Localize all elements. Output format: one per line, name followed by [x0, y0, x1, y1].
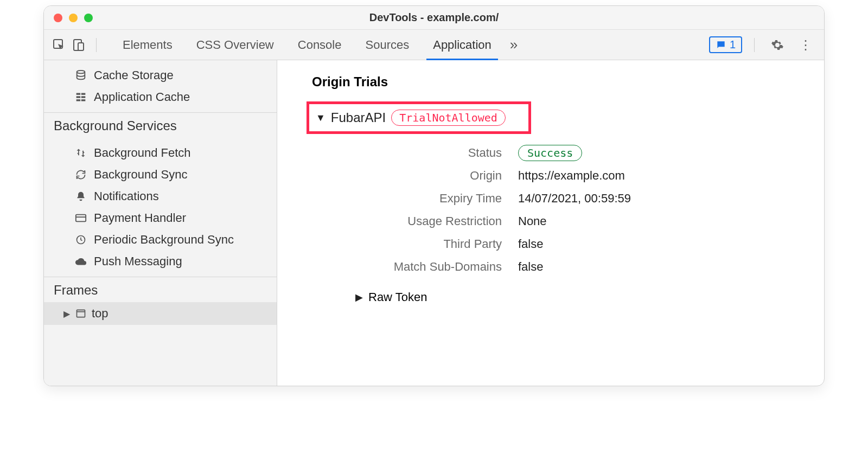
detail-value: None — [518, 214, 547, 228]
tab-elements[interactable]: Elements — [111, 30, 184, 60]
sidebar-item-frame-top[interactable]: ▶ top — [44, 302, 277, 325]
inspect-element-icon[interactable] — [52, 37, 67, 53]
tab-css-overview[interactable]: CSS Overview — [184, 30, 286, 60]
svg-rect-2 — [78, 43, 84, 50]
toolbar: Elements CSS Overview Console Sources Ap… — [44, 30, 824, 60]
sidebar-item-label: Application Cache — [94, 90, 190, 104]
toolbar-divider — [96, 38, 97, 52]
issues-badge[interactable]: 1 — [709, 36, 742, 53]
detail-row-usage-restriction: Usage Restriction None — [355, 214, 811, 228]
frame-label: top — [92, 306, 108, 321]
sidebar-item-notifications[interactable]: Notifications — [44, 186, 277, 207]
sidebar-item-label: Periodic Background Sync — [94, 233, 234, 247]
close-window-button[interactable] — [54, 14, 62, 22]
more-menu-icon[interactable]: ⋮ — [795, 37, 816, 53]
sidebar-item-label: Notifications — [94, 189, 159, 203]
svg-rect-5 — [81, 93, 86, 95]
devtools-window: DevTools - example.com/ Elements CSS Ove… — [43, 5, 825, 386]
svg-rect-7 — [81, 96, 86, 98]
device-toggle-icon[interactable] — [71, 37, 86, 53]
sidebar-item-background-sync[interactable]: Background Sync — [44, 164, 277, 186]
window-icon — [75, 308, 86, 319]
sidebar-item-cache-storage[interactable]: Cache Storage — [44, 65, 277, 86]
sidebar-item-label: Cache Storage — [94, 68, 174, 82]
updown-arrows-icon — [74, 146, 87, 159]
raw-token-label: Raw Token — [368, 290, 427, 304]
window-controls — [54, 14, 93, 22]
minimize-window-button[interactable] — [69, 14, 78, 22]
detail-value: 14/07/2021, 00:59:59 — [518, 191, 631, 206]
sidebar-header-background-services: Background Services — [44, 114, 277, 138]
sidebar-item-application-cache[interactable]: Application Cache — [44, 86, 277, 108]
cloud-icon — [74, 255, 87, 268]
database-icon — [74, 69, 87, 82]
sidebar-item-label: Push Messaging — [94, 254, 182, 269]
svg-rect-9 — [81, 99, 86, 101]
expand-triangle-icon[interactable]: ▶ — [63, 309, 70, 319]
svg-rect-10 — [76, 215, 86, 222]
trial-details: Status Success Origin https://example.co… — [355, 146, 811, 274]
sidebar-item-label: Payment Handler — [94, 211, 186, 225]
detail-key: Usage Restriction — [355, 214, 518, 228]
detail-row-third-party: Third Party false — [355, 237, 811, 251]
detail-key: Match Sub-Domains — [355, 260, 518, 274]
sidebar-item-background-fetch[interactable]: Background Fetch — [44, 142, 277, 164]
detail-value: false — [518, 237, 543, 251]
tab-console[interactable]: Console — [286, 30, 354, 60]
svg-rect-4 — [76, 93, 81, 95]
detail-value: false — [518, 260, 543, 274]
sidebar-item-label: Background Sync — [94, 168, 187, 182]
toolbar-divider — [754, 38, 755, 52]
sidebar: Cache Storage Application Cache Backgrou… — [44, 60, 277, 386]
settings-icon[interactable] — [767, 39, 788, 52]
svg-point-3 — [77, 71, 85, 74]
svg-rect-6 — [76, 96, 81, 98]
grid-icon — [74, 91, 87, 104]
panel-tabs: Elements CSS Overview Console Sources Ap… — [111, 30, 705, 60]
detail-row-origin: Origin https://example.com — [355, 169, 811, 183]
titlebar: DevTools - example.com/ — [44, 6, 824, 30]
clock-icon — [74, 233, 87, 246]
more-tabs-icon[interactable]: » — [503, 36, 524, 53]
main-panel: Origin Trials ▼ FubarAPI TrialNotAllowed… — [277, 60, 824, 386]
detail-key: Origin — [355, 169, 518, 183]
detail-key: Status — [355, 146, 518, 160]
bell-icon — [74, 190, 87, 203]
sync-icon — [74, 168, 87, 181]
card-icon — [74, 212, 87, 225]
collapse-triangle-icon[interactable]: ▼ — [316, 112, 326, 124]
sidebar-item-payment-handler[interactable]: Payment Handler — [44, 207, 277, 229]
detail-row-status: Status Success — [355, 146, 811, 160]
tab-application[interactable]: Application — [421, 30, 503, 60]
tab-sources[interactable]: Sources — [353, 30, 421, 60]
svg-rect-13 — [77, 310, 85, 317]
detail-row-expiry: Expiry Time 14/07/2021, 00:59:59 — [355, 191, 811, 206]
sidebar-header-frames: Frames — [44, 278, 277, 302]
detail-key: Third Party — [355, 237, 518, 251]
sidebar-item-periodic-background-sync[interactable]: Periodic Background Sync — [44, 229, 277, 251]
expand-triangle-icon[interactable]: ▶ — [355, 291, 363, 303]
trial-status-badge: TrialNotAllowed — [391, 110, 506, 126]
sidebar-item-label: Background Fetch — [94, 146, 191, 160]
issues-count: 1 — [730, 39, 736, 51]
svg-rect-8 — [76, 99, 81, 101]
status-badge: Success — [518, 145, 582, 161]
maximize-window-button[interactable] — [84, 14, 93, 22]
panel-heading: Origin Trials — [312, 74, 811, 90]
raw-token-row[interactable]: ▶ Raw Token — [355, 290, 811, 304]
sidebar-item-push-messaging[interactable]: Push Messaging — [44, 251, 277, 272]
origin-trial-row[interactable]: ▼ FubarAPI TrialNotAllowed — [307, 101, 531, 134]
detail-row-match-subdomains: Match Sub-Domains false — [355, 260, 811, 274]
window-title: DevTools - example.com/ — [369, 11, 499, 24]
detail-value: https://example.com — [518, 169, 625, 183]
trial-name: FubarAPI — [331, 110, 386, 125]
detail-key: Expiry Time — [355, 191, 518, 206]
